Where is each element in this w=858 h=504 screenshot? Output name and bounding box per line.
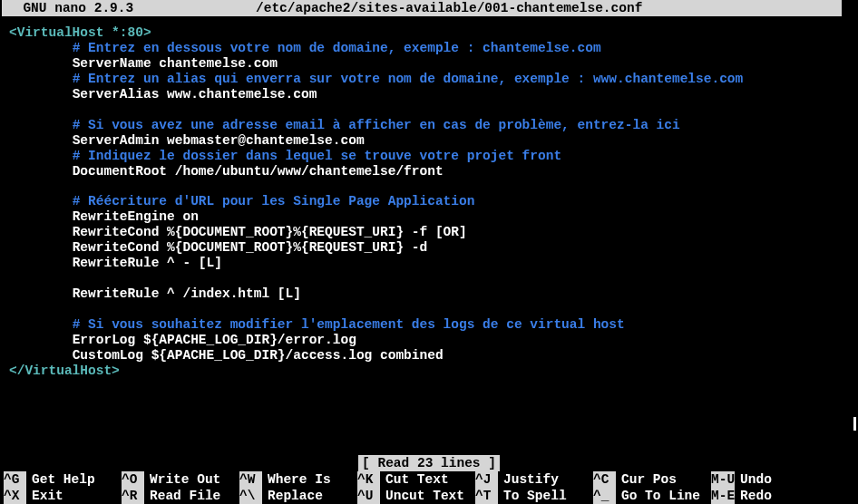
code-line — [9, 179, 858, 195]
title-bar: GNU nano 2.9.3 /etc/apache2/sites-availa… — [2, 0, 842, 16]
shortcut-row-2: ^XExit^RRead File^\Replace^UUncut Text^T… — [0, 488, 858, 504]
shortcut-label: Replace — [262, 488, 323, 504]
code-text: ServerAlias www.chantemelse.com — [73, 87, 317, 102]
code-line: <VirtualHost *:80> — [9, 25, 858, 41]
shortcut-cell[interactable]: M-ERedo — [711, 488, 811, 504]
code-line: CustomLog ${APACHE_LOG_DIR}/access.log c… — [9, 348, 858, 363]
shortcut-cell[interactable]: ^_Go To Line — [593, 488, 711, 504]
code-line — [9, 302, 858, 317]
status-message: [ Read 23 lines ] — [358, 455, 500, 471]
code-text: DocumentRoot /home/ubuntu/www/chantemels… — [73, 164, 444, 179]
shortcut-cell[interactable]: ^WWhere Is — [239, 471, 357, 488]
shortcut-cell[interactable]: M-UUndo — [711, 471, 811, 488]
app-name: GNU nano 2.9.3 — [2, 0, 256, 16]
code-line: ServerAdmin webmaster@chantemelse.com — [9, 133, 858, 149]
shortcut-key: ^C — [593, 471, 616, 488]
code-text: RewriteEngine on — [73, 209, 199, 224]
shortcut-label: To Spell — [498, 488, 567, 504]
code-line: RewriteEngine on — [9, 209, 858, 225]
shortcut-label: Uncut Text — [380, 488, 464, 504]
shortcut-key: ^R — [122, 488, 144, 504]
shortcut-key: ^U — [357, 488, 380, 504]
code-text: # Si vous souhaitez modifier l'emplaceme… — [73, 317, 625, 332]
code-text: RewriteRule ^ /index.html [L] — [73, 286, 301, 301]
shortcut-key: ^G — [4, 471, 26, 488]
shortcut-key: ^X — [4, 488, 26, 504]
code-text: # Réécriture d'URL pour les Single Page … — [73, 194, 475, 208]
shortcut-cell[interactable]: ^CCur Pos — [593, 471, 711, 488]
code-line — [9, 271, 858, 286]
shortcut-label: Undo — [735, 471, 772, 488]
editor-content[interactable]: <VirtualHost *:80> # Entrez en dessous v… — [0, 16, 858, 379]
shortcut-label: Get Help — [26, 471, 95, 488]
shortcut-label: Cut Text — [380, 471, 449, 488]
shortcut-key: ^K — [357, 471, 380, 488]
shortcut-label: Go To Line — [616, 488, 700, 504]
code-line: # Si vous souhaitez modifier l'emplaceme… — [9, 317, 858, 333]
file-path: /etc/apache2/sites-available/001-chantem… — [256, 0, 842, 16]
shortcut-label: Read File — [144, 488, 220, 504]
code-line: ServerName chantemelse.com — [9, 56, 858, 72]
code-text: RewriteCond %{DOCUMENT_ROOT}%{REQUEST_UR… — [73, 240, 428, 255]
code-text: # Si vous avez une adresse email à affic… — [73, 118, 680, 132]
shortcut-label: Write Out — [144, 471, 220, 488]
code-text: # Indiquez le dossier dans lequel se tro… — [73, 149, 562, 163]
shortcut-row-1: ^GGet Help^OWrite Out^WWhere Is^KCut Tex… — [0, 471, 858, 488]
shortcut-key: ^\ — [239, 488, 262, 504]
code-line: # Indiquez le dossier dans lequel se tro… — [9, 149, 858, 164]
shortcut-label: Exit — [26, 488, 63, 504]
status-bar: [ Read 23 lines ] — [0, 456, 858, 471]
cursor-caret — [853, 417, 856, 431]
shortcut-cell[interactable]: ^\Replace — [239, 488, 357, 504]
code-text: CustomLog ${APACHE_LOG_DIR}/access.log c… — [73, 348, 444, 363]
code-text: ServerAdmin webmaster@chantemelse.com — [73, 133, 365, 148]
code-text: # Entrez en dessous votre nom de domaine… — [73, 41, 601, 55]
code-line: # Si vous avez une adresse email à affic… — [9, 118, 858, 133]
code-line: # Réécriture d'URL pour les Single Page … — [9, 194, 858, 209]
code-line: # Entrez un alias qui enverra sur votre … — [9, 72, 858, 87]
shortcut-cell[interactable]: ^GGet Help — [4, 471, 122, 488]
code-line: RewriteCond %{DOCUMENT_ROOT}%{REQUEST_UR… — [9, 225, 858, 240]
code-line: ErrorLog ${APACHE_LOG_DIR}/error.log — [9, 333, 858, 348]
code-text: RewriteRule ^ - [L] — [73, 256, 222, 270]
shortcut-key: ^T — [475, 488, 498, 504]
code-line: RewriteRule ^ /index.html [L] — [9, 286, 858, 302]
shortcut-label: Justify — [498, 471, 559, 488]
shortcut-cell[interactable]: ^OWrite Out — [122, 471, 239, 488]
code-line: # Entrez en dessous votre nom de domaine… — [9, 41, 858, 56]
shortcut-key: ^O — [122, 471, 144, 488]
shortcut-key: ^_ — [593, 488, 616, 504]
shortcut-cell[interactable]: ^RRead File — [122, 488, 239, 504]
code-text: ServerName chantemelse.com — [73, 56, 278, 71]
shortcut-cell[interactable]: ^JJustify — [475, 471, 593, 488]
shortcut-label: Where Is — [262, 471, 331, 488]
code-text: ErrorLog ${APACHE_LOG_DIR}/error.log — [73, 333, 356, 347]
code-line: DocumentRoot /home/ubuntu/www/chantemels… — [9, 164, 858, 179]
shortcut-key: ^J — [475, 471, 498, 488]
code-text: # Entrez un alias qui enverra sur votre … — [73, 72, 744, 86]
shortcut-cell[interactable]: ^KCut Text — [357, 471, 475, 488]
code-line: ServerAlias www.chantemelse.com — [9, 87, 858, 102]
shortcut-key: M-U — [711, 471, 735, 488]
code-line: RewriteRule ^ - [L] — [9, 256, 858, 271]
shortcut-label: Cur Pos — [616, 471, 677, 488]
code-text: RewriteCond %{DOCUMENT_ROOT}%{REQUEST_UR… — [73, 225, 467, 239]
code-text: </VirtualHost> — [9, 363, 120, 378]
code-line: RewriteCond %{DOCUMENT_ROOT}%{REQUEST_UR… — [9, 240, 858, 256]
shortcut-key: M-E — [711, 488, 735, 504]
shortcut-label: Redo — [735, 488, 772, 504]
code-line: </VirtualHost> — [9, 363, 858, 379]
code-text: <VirtualHost *:80> — [9, 25, 151, 40]
shortcut-key: ^W — [239, 471, 262, 488]
shortcut-cell[interactable]: ^XExit — [4, 488, 122, 504]
shortcut-cell[interactable]: ^UUncut Text — [357, 488, 475, 504]
code-line — [9, 102, 858, 118]
shortcut-bar: ^GGet Help^OWrite Out^WWhere Is^KCut Tex… — [0, 471, 858, 504]
shortcut-cell[interactable]: ^TTo Spell — [475, 488, 593, 504]
